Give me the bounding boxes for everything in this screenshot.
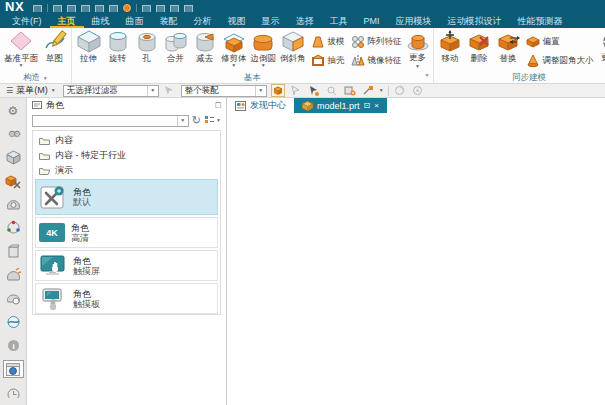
info-icon[interactable]: i xyxy=(1,334,25,357)
tab-application[interactable]: 应用模块 xyxy=(388,13,440,28)
history-clock-icon[interactable] xyxy=(1,381,25,404)
rotate-view-icon[interactable] xyxy=(393,84,407,97)
touch-mode-icon[interactable] xyxy=(142,5,151,12)
titlebar: NX xyxy=(0,0,605,13)
cloud-part-icon[interactable] xyxy=(1,287,25,310)
folder-item-demo[interactable]: 演示 xyxy=(34,163,219,178)
snap-dropdown-icon[interactable]: ▼ xyxy=(379,88,384,93)
reuse-library-icon[interactable] xyxy=(1,193,25,216)
command-finder-icon[interactable] xyxy=(123,4,131,12)
group-label-synchronous[interactable]: 同步建模 ▼ xyxy=(436,71,605,83)
folder-item-content[interactable]: 内容 xyxy=(34,133,219,148)
float-panel-button[interactable]: □ xyxy=(216,101,221,110)
basic-more-button[interactable]: 更多 ▼ xyxy=(405,29,431,69)
tab-home[interactable]: 主页 xyxy=(50,13,84,28)
tab-performance-predictor[interactable]: 性能预测器 xyxy=(510,13,571,28)
chamfer-button[interactable]: 倒斜角 xyxy=(278,29,308,63)
web-browser-icon[interactable] xyxy=(3,360,24,379)
edge-blend-button[interactable]: 边倒圆 ▼ xyxy=(249,29,279,68)
save-icon[interactable] xyxy=(33,5,42,12)
highlight-selection-icon[interactable] xyxy=(271,84,285,97)
selection-scope-combo[interactable]: 整个装配 ▼ xyxy=(181,85,267,97)
solid-box-icon[interactable] xyxy=(1,240,25,263)
offset-region-button[interactable]: 偏置 xyxy=(526,35,594,48)
general-selection-filters-icon[interactable] xyxy=(163,84,177,97)
delete-face-button[interactable]: 删除 xyxy=(465,29,494,63)
view-options-button[interactable]: ▼ xyxy=(204,115,221,126)
cursor-select-icon[interactable] xyxy=(307,84,321,97)
tab-selection[interactable]: 选择 xyxy=(288,13,322,28)
manufacturing-sparks-icon[interactable] xyxy=(1,263,25,286)
role-card-default[interactable]: 角色 默认 xyxy=(35,179,218,215)
unite-button[interactable]: 合并 xyxy=(161,29,190,63)
datum-plane-button[interactable]: 基准平面 ▼ xyxy=(2,29,40,68)
refresh-icon[interactable]: ↻ xyxy=(192,115,201,126)
tab-file[interactable]: 文件(F) xyxy=(4,13,50,28)
redo-icon[interactable] xyxy=(67,5,76,12)
tab-curve[interactable]: 曲线 xyxy=(84,13,118,28)
settings-gear-icon[interactable]: ⚙ xyxy=(1,99,25,122)
part-file-icon xyxy=(302,101,313,111)
trim-body-icon xyxy=(222,29,246,53)
tab-analysis[interactable]: 分析 xyxy=(186,13,220,28)
group-label-basic[interactable]: 基本 ▼ xyxy=(74,71,431,83)
resize-blend-button[interactable]: 调整圆角大小 xyxy=(526,54,594,67)
undo-icon[interactable] xyxy=(53,5,62,12)
pattern-feature-button[interactable]: 阵列特征 xyxy=(351,35,402,48)
replace-face-button[interactable]: 替换 xyxy=(494,29,523,63)
tab-view[interactable]: 视图 xyxy=(220,13,254,28)
touchscreen-icon xyxy=(39,254,67,278)
physical-materials-icon[interactable] xyxy=(1,216,25,239)
roles-search-combo[interactable]: ▼ xyxy=(32,115,189,127)
tab-pmi[interactable]: PMI xyxy=(356,13,388,28)
delete-face-icon xyxy=(467,29,491,53)
selection-filter-combo[interactable]: 无选择过滤器 ▼ xyxy=(63,85,159,97)
close-tab-icon[interactable]: × xyxy=(374,102,379,110)
face-analysis-icon[interactable] xyxy=(1,310,25,333)
draft-button[interactable]: 拔模 xyxy=(311,35,345,48)
dual-gears-icon[interactable]: ⚙⚙ xyxy=(1,122,25,145)
cut-icon[interactable] xyxy=(81,5,90,12)
user-profile-icon[interactable] xyxy=(184,5,193,12)
discovery-center-tab[interactable]: 发现中心 xyxy=(227,98,294,113)
role-card-touchscreen[interactable]: 角色 触摸屏 xyxy=(35,250,218,281)
folder-item-industry[interactable]: 内容 - 特定于行业 xyxy=(34,148,219,163)
switch-window-icon[interactable] xyxy=(170,5,179,12)
close-part-icon[interactable] xyxy=(1,169,25,192)
trim-body-button[interactable]: 修剪体 ▼ xyxy=(219,29,249,68)
replace-face-icon xyxy=(496,29,520,53)
document-tab-model1[interactable]: model1.prt ⊡ × xyxy=(294,98,387,113)
menu-button[interactable]: ☰ 菜单(M) ▼ xyxy=(3,84,59,97)
nx-window: NX 文件(F) 主页 曲线 曲面 装配 分析 视图 显示 选择 工具 PMI … xyxy=(0,0,605,405)
roles-search-row: ▼ ↻ ▼ xyxy=(27,112,226,128)
extrude-button[interactable]: 拉伸 xyxy=(74,29,103,63)
pin-tab-icon[interactable]: ⊡ xyxy=(364,102,371,110)
role-card-touchpad[interactable]: 角色 触摸板 xyxy=(35,283,218,314)
mirror-feature-button[interactable]: 镜像特征 xyxy=(351,54,402,67)
tab-tools[interactable]: 工具 xyxy=(322,13,356,28)
tab-motion-simulation[interactable]: 运动模拟设计 xyxy=(440,13,510,28)
paste-icon[interactable] xyxy=(109,5,118,12)
revolve-button[interactable]: 旋转 xyxy=(103,29,132,63)
copy-icon[interactable] xyxy=(95,5,104,12)
subtract-button[interactable]: 减去 xyxy=(190,29,219,63)
pan-view-icon[interactable] xyxy=(411,84,425,97)
hover-highlight-icon[interactable] xyxy=(289,84,303,97)
move-face-button[interactable]: 移动 xyxy=(436,29,465,63)
sketch-button[interactable]: 草图 xyxy=(40,29,69,63)
main-area: ⚙ ⚙⚙ xyxy=(0,98,605,405)
snap-options-icon[interactable] xyxy=(361,84,375,97)
part-navigator-icon[interactable] xyxy=(1,146,25,169)
tab-surface[interactable]: 曲面 xyxy=(118,13,152,28)
tab-assemblies[interactable]: 装配 xyxy=(152,13,186,28)
tab-render[interactable]: 显示 xyxy=(254,13,288,28)
group-label-construct[interactable]: 构造 ▼ xyxy=(2,71,69,83)
window-layout-icon[interactable] xyxy=(156,5,165,12)
hole-button[interactable]: 孔 xyxy=(132,29,161,63)
shell-button[interactable]: 抽壳 xyxy=(311,54,345,67)
role-card-hd[interactable]: 4K 角色 高清 xyxy=(35,217,218,248)
graphics-canvas[interactable] xyxy=(227,113,605,405)
magnify-cursor-icon[interactable] xyxy=(325,84,339,97)
sync-more-button[interactable]: 更多 ▼ xyxy=(597,29,605,69)
snap-point-icon[interactable] xyxy=(343,84,357,97)
